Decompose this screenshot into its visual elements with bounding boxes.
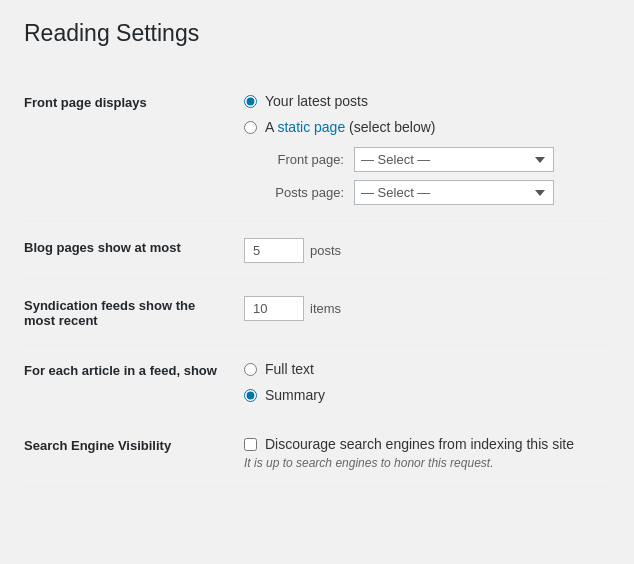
search-engine-row: Search Engine Visibility Discourage sear…	[24, 420, 610, 487]
summary-option: Summary	[244, 387, 610, 403]
blog-pages-content: posts	[244, 238, 610, 263]
full-text-option: Full text	[244, 361, 610, 377]
search-engine-checkbox[interactable]	[244, 438, 257, 451]
page-selects: Front page: — Select — Posts page: — Sel…	[264, 147, 610, 205]
syndication-row: Syndication feeds show the most recent i…	[24, 280, 610, 345]
feed-article-label: For each article in a feed, show	[24, 361, 244, 378]
search-engine-content: Discourage search engines from indexing …	[244, 436, 610, 470]
blog-pages-label: Blog pages show at most	[24, 238, 244, 255]
syndication-input[interactable]	[244, 296, 304, 321]
search-engine-note: It is up to search engines to honor this…	[244, 456, 610, 470]
static-page-link[interactable]: static page	[277, 119, 345, 135]
page-title: Reading Settings	[24, 20, 610, 57]
front-page-select-label: Front page:	[264, 152, 344, 167]
blog-pages-unit: posts	[310, 243, 341, 258]
search-engine-checkbox-row: Discourage search engines from indexing …	[244, 436, 610, 452]
feed-article-content: Full text Summary	[244, 361, 610, 403]
front-page-select[interactable]: — Select —	[354, 147, 554, 172]
front-page-content: Your latest posts A static page (select …	[244, 93, 610, 205]
latest-posts-radio-label: Your latest posts	[265, 93, 368, 109]
posts-page-select-label: Posts page:	[264, 185, 344, 200]
search-engine-label: Search Engine Visibility	[24, 436, 244, 453]
blog-pages-row: Blog pages show at most posts	[24, 222, 610, 280]
posts-page-select[interactable]: — Select —	[354, 180, 554, 205]
summary-label: Summary	[265, 387, 325, 403]
syndication-content: items	[244, 296, 610, 321]
search-engine-checkbox-label: Discourage search engines from indexing …	[265, 436, 574, 452]
front-page-row: Front page displays Your latest posts A …	[24, 77, 610, 222]
syndication-label: Syndication feeds show the most recent	[24, 296, 244, 328]
front-page-radio-group: Your latest posts A static page (select …	[244, 93, 610, 135]
full-text-radio[interactable]	[244, 363, 257, 376]
full-text-label: Full text	[265, 361, 314, 377]
blog-pages-input[interactable]	[244, 238, 304, 263]
static-page-option: A static page (select below)	[244, 119, 610, 135]
posts-page-select-row: Posts page: — Select —	[264, 180, 610, 205]
feed-article-row: For each article in a feed, show Full te…	[24, 345, 610, 420]
front-page-label: Front page displays	[24, 93, 244, 110]
latest-posts-option: Your latest posts	[244, 93, 610, 109]
syndication-unit: items	[310, 301, 341, 316]
summary-radio[interactable]	[244, 389, 257, 402]
latest-posts-radio[interactable]	[244, 95, 257, 108]
front-page-select-row: Front page: — Select —	[264, 147, 610, 172]
feed-article-radio-group: Full text Summary	[244, 361, 610, 403]
static-page-radio-label: A static page (select below)	[265, 119, 435, 135]
static-page-radio[interactable]	[244, 121, 257, 134]
